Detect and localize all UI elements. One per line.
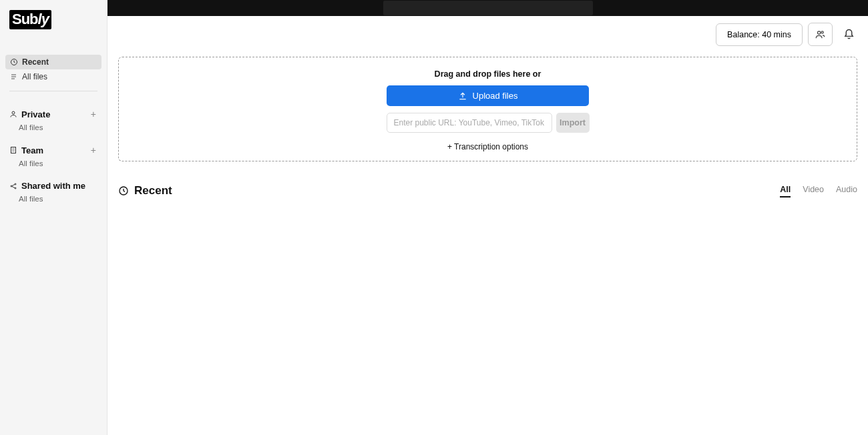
svg-point-7 xyxy=(821,31,823,33)
upload-icon xyxy=(458,91,467,101)
recent-tabs: All Video Audio xyxy=(780,185,857,197)
clock-icon xyxy=(10,58,18,66)
transcription-options[interactable]: + Transcription options xyxy=(447,142,528,151)
section-team-allfiles[interactable]: All files xyxy=(5,157,101,170)
url-input[interactable] xyxy=(387,113,552,133)
user-icon xyxy=(9,110,17,118)
tab-video[interactable]: Video xyxy=(803,185,824,197)
users-icon xyxy=(815,29,825,39)
balance-button[interactable]: Balance: 40 mins xyxy=(716,23,803,46)
section-team: Team + All files xyxy=(0,143,107,170)
notifications-button[interactable] xyxy=(841,25,857,44)
tab-audio[interactable]: Audio xyxy=(836,185,857,197)
add-private-button[interactable]: + xyxy=(89,109,97,119)
nav-all-files-label: All files xyxy=(22,72,47,81)
tab-all[interactable]: All xyxy=(780,185,791,197)
svg-point-5 xyxy=(15,187,16,189)
logo[interactable]: Subly xyxy=(0,0,107,36)
section-private: Private + All files xyxy=(0,107,107,134)
recent-title-text: Recent xyxy=(134,184,172,197)
section-private-allfiles[interactable]: All files xyxy=(5,121,101,134)
recent-heading: Recent xyxy=(118,184,172,197)
topbar-address[interactable] xyxy=(383,1,593,15)
divider xyxy=(9,91,97,91)
import-button[interactable]: Import xyxy=(556,113,590,133)
topbar xyxy=(107,0,868,16)
building-icon xyxy=(9,146,17,154)
bell-icon xyxy=(843,29,855,40)
section-shared-allfiles[interactable]: All files xyxy=(5,192,101,205)
logo-text-left: Sub xyxy=(12,11,38,27)
svg-point-6 xyxy=(817,31,820,34)
section-shared: Shared with me All files xyxy=(0,179,107,205)
section-private-title[interactable]: Private xyxy=(21,109,50,119)
section-shared-title[interactable]: Shared with me xyxy=(21,181,85,191)
svg-point-4 xyxy=(15,183,16,185)
dropzone-hint: Drag and drop files here or xyxy=(435,69,541,79)
add-team-button[interactable]: + xyxy=(89,145,97,155)
share-icon xyxy=(9,182,17,190)
invite-button[interactable] xyxy=(808,23,833,46)
list-icon xyxy=(10,73,18,81)
header-row: Balance: 40 mins xyxy=(107,16,868,46)
section-team-title[interactable]: Team xyxy=(21,145,43,155)
nav-recent-label: Recent xyxy=(22,57,49,67)
svg-rect-2 xyxy=(11,147,16,153)
svg-point-1 xyxy=(12,111,15,114)
upload-files-button[interactable]: Upload files xyxy=(387,85,589,106)
dropzone[interactable]: Drag and drop files here or Upload files… xyxy=(118,57,857,161)
sidebar: Subly Recent All files xyxy=(0,0,107,435)
nav-recent[interactable]: Recent xyxy=(5,55,101,69)
nav-all-files[interactable]: All files xyxy=(5,69,101,84)
logo-text-right: ly xyxy=(38,11,49,27)
svg-point-3 xyxy=(11,185,12,187)
clock-icon xyxy=(118,185,129,196)
main: Balance: 40 mins Drag and drop files her… xyxy=(107,0,868,435)
upload-files-label: Upload files xyxy=(473,91,518,101)
